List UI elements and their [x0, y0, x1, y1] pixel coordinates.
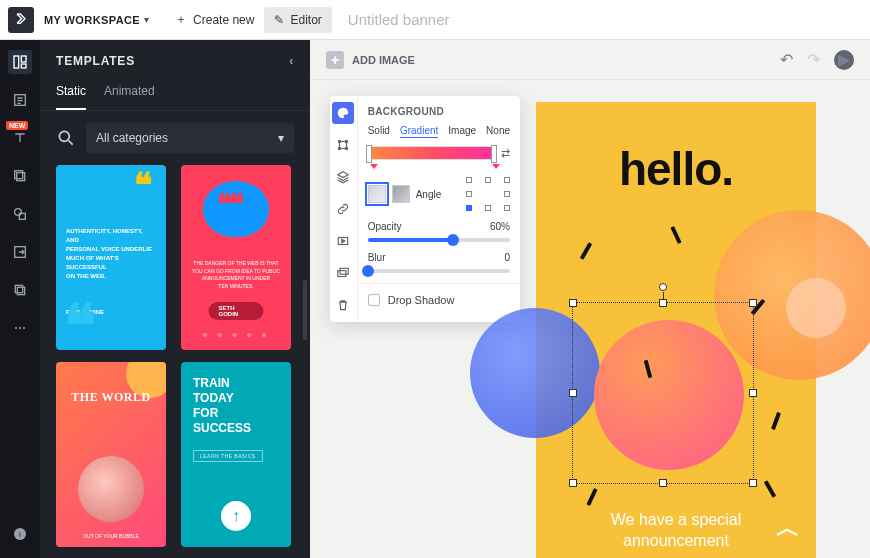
redo-icon[interactable]: ↷	[807, 50, 820, 69]
svg-text:i: i	[19, 530, 21, 539]
rail-info-icon[interactable]: i	[8, 522, 32, 546]
bg-tab-image[interactable]: Image	[448, 125, 476, 138]
svg-point-12	[19, 327, 21, 329]
svg-point-6	[15, 209, 22, 216]
svg-rect-9	[17, 287, 24, 294]
rail-text-icon[interactable]: NEW	[8, 126, 32, 150]
categories-select[interactable]: All categories ▾	[86, 123, 294, 153]
prop-motion-icon[interactable]	[332, 262, 354, 284]
shape-tick[interactable]	[586, 488, 597, 506]
template-card[interactable]: ❝ AUTHENTICITY, HONESTY, ANDPERSONAL VOI…	[56, 165, 166, 350]
svg-rect-2	[21, 64, 26, 68]
bg-tab-solid[interactable]: Solid	[368, 125, 390, 138]
play-button[interactable]: ▶	[834, 50, 854, 70]
editor-button[interactable]: ✎ Editor	[264, 7, 331, 33]
rail-copy-icon[interactable]	[8, 278, 32, 302]
gradient-type-radial[interactable]	[392, 185, 410, 203]
undo-icon[interactable]: ↶	[780, 50, 793, 69]
search-icon[interactable]	[56, 128, 76, 148]
template-card[interactable]: TRAINTODAYFORSUCCESS LEARN THE BASICS ↑	[181, 362, 291, 547]
resize-handle[interactable]	[659, 479, 667, 487]
rail-more-icon[interactable]	[8, 316, 32, 340]
opacity-slider[interactable]	[368, 238, 510, 242]
drop-shadow-label: Drop Shadow	[388, 294, 455, 306]
shape-tick[interactable]	[771, 412, 781, 430]
opacity-label: Opacity	[368, 221, 402, 232]
create-new-button[interactable]: ＋ Create new	[165, 5, 264, 34]
shape-circle-peach[interactable]	[786, 278, 846, 338]
prop-transform-icon[interactable]	[332, 134, 354, 156]
gradient-stop[interactable]	[366, 145, 372, 163]
rotate-handle[interactable]	[659, 283, 667, 291]
shape-tick[interactable]	[764, 480, 776, 498]
banner-subtext[interactable]: We have a specialannouncement	[536, 510, 816, 552]
svg-point-16	[59, 131, 69, 141]
svg-point-11	[15, 327, 17, 329]
gradient-type-linear[interactable]	[368, 185, 386, 203]
chevron-up-icon[interactable]: ︿	[776, 512, 800, 544]
template-card[interactable]: THE WORLD OUT OF YOUR BUBBLE	[56, 362, 166, 547]
opacity-value: 60%	[490, 221, 510, 232]
panel-title: TEMPLATES	[56, 54, 135, 68]
prop-video-icon[interactable]	[332, 230, 354, 252]
arrow-up-icon: ↑	[221, 501, 251, 531]
workspace-chevron-icon[interactable]: ▾	[144, 14, 149, 25]
rail-layers-icon[interactable]	[8, 164, 32, 188]
add-image-button[interactable]: + ADD IMAGE	[326, 51, 415, 69]
resize-handle[interactable]	[569, 479, 577, 487]
add-image-icon: +	[326, 51, 344, 69]
drop-shadow-checkbox[interactable]	[368, 294, 380, 306]
blur-value: 0	[504, 252, 510, 263]
blur-slider[interactable]	[368, 269, 510, 273]
chevron-down-icon: ▾	[278, 131, 284, 145]
svg-rect-23	[338, 271, 346, 277]
rail-export-icon[interactable]	[8, 240, 32, 264]
panel-collapse-icon[interactable]: ‹	[289, 54, 294, 68]
shape-tick[interactable]	[670, 226, 681, 244]
sidebar-rail: NEW i	[0, 40, 40, 558]
svg-rect-10	[15, 285, 22, 292]
workspace-label[interactable]: MY WORKSPACE	[44, 14, 140, 26]
bg-tab-none[interactable]: None	[486, 125, 510, 138]
rail-shapes-icon[interactable]	[8, 202, 32, 226]
svg-rect-4	[17, 173, 25, 181]
gradient-bar[interactable]	[368, 146, 495, 160]
svg-rect-1	[21, 56, 26, 62]
bg-tab-gradient[interactable]: Gradient	[400, 125, 438, 138]
banner-headline[interactable]: hello.	[536, 142, 816, 196]
panel-scrollbar[interactable]	[303, 280, 307, 340]
prop-layers-icon[interactable]	[332, 166, 354, 188]
selection-box[interactable]	[572, 302, 754, 484]
blur-label: Blur	[368, 252, 386, 263]
plus-icon: ＋	[175, 11, 187, 28]
prop-palette-icon[interactable]	[332, 102, 354, 124]
pencil-icon: ✎	[274, 13, 284, 27]
angle-picker[interactable]	[466, 177, 510, 211]
app-logo[interactable]	[8, 7, 34, 33]
resize-handle[interactable]	[749, 479, 757, 487]
new-badge: NEW	[6, 121, 28, 130]
prop-delete-icon[interactable]	[332, 294, 354, 316]
canvas-area: + ADD IMAGE ↶ ↷ ▶	[310, 40, 870, 558]
shape-tick[interactable]	[580, 242, 592, 260]
tab-static[interactable]: Static	[56, 78, 86, 110]
banner-canvas[interactable]: hello.	[536, 102, 816, 558]
resize-handle[interactable]	[749, 389, 757, 397]
document-title[interactable]: Untitled banner	[348, 11, 450, 28]
rail-templates-icon[interactable]	[8, 50, 32, 74]
gradient-swap-icon[interactable]: ⇄	[501, 147, 510, 160]
rail-list-icon[interactable]	[8, 88, 32, 112]
gradient-stop[interactable]	[491, 145, 497, 163]
angle-label: Angle	[416, 189, 442, 200]
template-card[interactable]: ❝❝ THE DANGER OF THE WEB IS THATYOU CAN …	[181, 165, 291, 350]
resize-handle[interactable]	[569, 389, 577, 397]
svg-rect-5	[15, 171, 23, 179]
tab-animated[interactable]: Animated	[104, 78, 155, 110]
resize-handle[interactable]	[569, 299, 577, 307]
prop-title: BACKGROUND	[368, 106, 510, 117]
resize-handle[interactable]	[659, 299, 667, 307]
prop-link-icon[interactable]	[332, 198, 354, 220]
property-panel: BACKGROUND Solid Gradient Image None	[330, 96, 520, 322]
templates-panel: TEMPLATES ‹ Static Animated All categori…	[40, 40, 310, 558]
resize-handle[interactable]	[749, 299, 757, 307]
